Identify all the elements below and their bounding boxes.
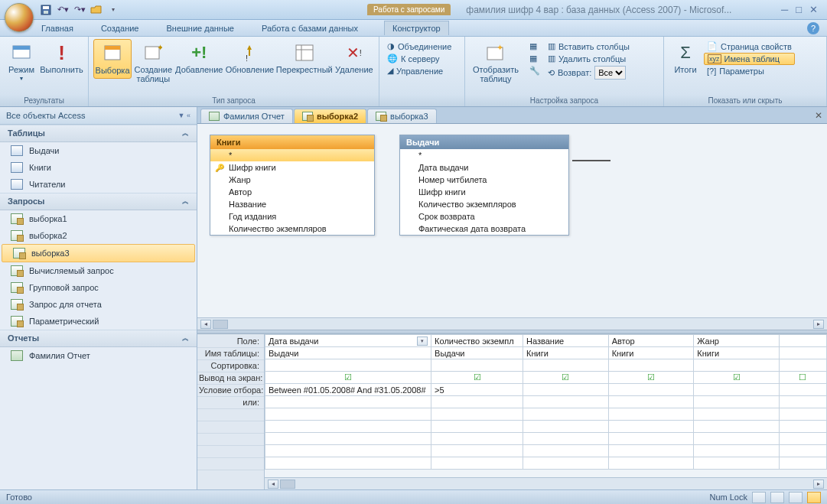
- grid-cell[interactable]: [608, 396, 694, 408]
- field-row[interactable]: Название: [210, 198, 374, 210]
- return-select[interactable]: Все: [594, 66, 626, 80]
- show-checkbox[interactable]: ☑: [435, 372, 519, 382]
- table-header[interactable]: Книги: [210, 135, 374, 149]
- grid-cell[interactable]: [608, 433, 694, 445]
- grid-cell[interactable]: [265, 359, 431, 372]
- field-row[interactable]: *: [400, 149, 568, 161]
- show-checkbox[interactable]: ☑: [612, 372, 691, 382]
- nav-query-item[interactable]: Групповой запрос: [0, 279, 197, 296]
- grid-cell[interactable]: Книги: [694, 347, 780, 359]
- nav-cat-reports[interactable]: Отчеты︽: [0, 330, 197, 347]
- grid-cell[interactable]: [608, 445, 694, 457]
- grid-cell[interactable]: [694, 408, 780, 421]
- field-row[interactable]: Шифр книги: [400, 186, 568, 198]
- grid-cell[interactable]: [523, 433, 609, 445]
- select-query-button[interactable]: Выборка: [93, 39, 132, 79]
- show-checkbox[interactable]: ☑: [269, 372, 428, 382]
- grid-cell[interactable]: ☑: [694, 372, 780, 384]
- maketable-button[interactable]: ✦Создание таблицы: [133, 39, 173, 86]
- show-table-button[interactable]: ✦Отобразить таблицу: [470, 39, 522, 86]
- tab-external[interactable]: Внешние данные: [162, 21, 239, 36]
- grid-cell[interactable]: [523, 384, 609, 396]
- field-dropdown-icon[interactable]: ▾: [417, 337, 428, 346]
- grid-cell[interactable]: [608, 408, 694, 421]
- nav-report-item[interactable]: Фамилия Отчет: [0, 347, 197, 364]
- nav-query-item[interactable]: выборка1: [0, 210, 197, 227]
- grid-cell[interactable]: [779, 433, 826, 445]
- grid-cell[interactable]: [779, 396, 826, 408]
- grid-cell[interactable]: Количество экземпл: [431, 335, 523, 347]
- grid-cell[interactable]: [265, 445, 431, 457]
- grid-hscroll[interactable]: ◂▸: [265, 477, 827, 489]
- show-checkbox[interactable]: ☑: [526, 372, 605, 382]
- table-header[interactable]: Выдачи: [400, 135, 568, 149]
- grid-cell[interactable]: Книги: [608, 347, 694, 359]
- grid-cell[interactable]: ☑: [608, 372, 694, 384]
- grid-cell[interactable]: [431, 396, 523, 408]
- grid-cell[interactable]: [779, 335, 826, 347]
- field-row[interactable]: Дата выдачи: [400, 161, 568, 174]
- scroll-left-icon[interactable]: ◂: [200, 320, 211, 329]
- grid-cell[interactable]: [608, 421, 694, 433]
- grid-cell[interactable]: [523, 408, 609, 421]
- field-row[interactable]: *: [210, 149, 374, 161]
- nav-cat-queries[interactable]: Запросы︽: [0, 193, 197, 210]
- grid-cell[interactable]: [779, 347, 826, 359]
- field-row[interactable]: Срок возврата: [400, 210, 568, 223]
- nav-query-item[interactable]: Запрос для отчета: [0, 296, 197, 313]
- designer-hscroll[interactable]: ◂▸: [197, 317, 827, 330]
- field-row[interactable]: 🔑Шифр книги: [210, 161, 374, 174]
- grid-cell[interactable]: ☐: [779, 372, 826, 384]
- nav-header[interactable]: Все объекты Access▼ «: [0, 107, 197, 125]
- grid-cell[interactable]: [523, 457, 609, 470]
- grid-cell[interactable]: [779, 384, 826, 396]
- grid-cell[interactable]: ☑: [523, 372, 609, 384]
- nav-table-item[interactable]: Книги: [0, 159, 197, 176]
- scroll-right-icon[interactable]: ▸: [813, 480, 824, 489]
- nav-query-item[interactable]: Параметрический: [0, 313, 197, 330]
- insert-cols-stub[interactable]: ▦: [526, 41, 543, 52]
- designer-table-books[interactable]: Книги * 🔑Шифр книги Жанр Автор Название …: [210, 135, 375, 236]
- grid-cell[interactable]: [779, 445, 826, 457]
- redo-icon[interactable]: ↷▾: [73, 4, 86, 16]
- field-row[interactable]: Фактическая дата возврата: [400, 223, 568, 235]
- view-sql-button[interactable]: [789, 492, 803, 503]
- grid-cell[interactable]: Автор: [608, 335, 694, 347]
- parameters-button[interactable]: [?]Параметры: [704, 66, 795, 76]
- grid-cell[interactable]: [431, 433, 523, 445]
- field-row[interactable]: Количество экземпляров: [400, 198, 568, 210]
- grid-cell[interactable]: Выдачи: [265, 347, 431, 359]
- grid-cell[interactable]: Жанр: [694, 335, 780, 347]
- close-button[interactable]: ✕: [809, 4, 818, 15]
- grid-cell[interactable]: [431, 359, 523, 372]
- builder-stub[interactable]: 🔧: [526, 65, 543, 76]
- grid-cell[interactable]: [265, 396, 431, 408]
- nav-table-item[interactable]: Выдачи: [0, 142, 197, 159]
- field-row[interactable]: Автор: [210, 186, 374, 198]
- grid-cell[interactable]: [431, 421, 523, 433]
- return-combo[interactable]: ⟲Возврат:Все: [545, 65, 633, 80]
- run-button[interactable]: !Выполнить: [40, 39, 83, 77]
- show-checkbox[interactable]: ☑: [697, 372, 776, 382]
- help-icon[interactable]: ?: [807, 22, 819, 34]
- grid-cell[interactable]: >5: [431, 384, 523, 396]
- delete-cols-stub[interactable]: ▦: [526, 53, 543, 64]
- passthrough-button[interactable]: 🌐К серверу: [384, 53, 454, 64]
- delete-columns-button[interactable]: ▥Удалить столбцы: [545, 53, 633, 64]
- grid-cell[interactable]: [431, 408, 523, 421]
- grid-cell[interactable]: [523, 396, 609, 408]
- view-design-button[interactable]: [807, 492, 821, 503]
- doc-tab-query3[interactable]: выборка3: [367, 109, 437, 123]
- grid-cell[interactable]: [608, 457, 694, 470]
- designer-table-issues[interactable]: Выдачи * Дата выдачи Номер читбилета Шиф…: [399, 135, 569, 236]
- crosstab-button[interactable]: Перекрестный: [276, 39, 333, 77]
- view-datasheet-button[interactable]: [752, 492, 766, 503]
- nav-table-item[interactable]: Читатели: [0, 176, 197, 193]
- grid-cell[interactable]: [523, 421, 609, 433]
- view-pivot-button[interactable]: [770, 492, 784, 503]
- scroll-left-icon[interactable]: ◂: [268, 480, 278, 489]
- maximize-button[interactable]: □: [796, 4, 802, 15]
- nav-cat-tables[interactable]: Таблицы︽: [0, 125, 197, 142]
- append-button[interactable]: +!Добавление: [174, 39, 223, 77]
- property-sheet-button[interactable]: 📄Страница свойств: [704, 41, 795, 52]
